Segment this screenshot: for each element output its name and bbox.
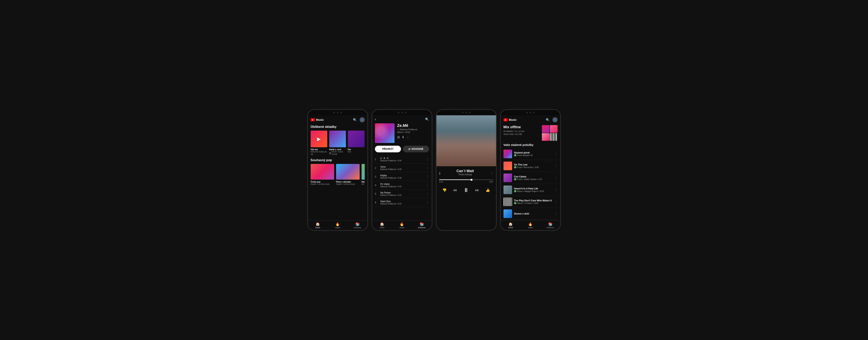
album-cover xyxy=(375,123,395,143)
phone-2-header: ‹ 🔍 xyxy=(372,115,432,123)
p4-item-5[interactable]: The Play Don't Care Who Makes It ✓ Album… xyxy=(503,196,558,208)
nav-hotlist[interactable]: 🔥 Hotlist xyxy=(328,220,347,230)
track-info-1: 2 - 8 - 5 Barbora Poláková • 4:04 xyxy=(380,157,426,162)
pop-card-3[interactable]: Hip Mu xyxy=(362,164,365,185)
p4-nav-hotlist[interactable]: 🔥 Hotlist xyxy=(521,220,540,230)
more-icon[interactable]: ⋮ xyxy=(490,172,493,175)
card-sub-3: Mus xyxy=(348,151,365,153)
track-info-5: Na Potom Barbora Poláková • 4:22 xyxy=(380,191,426,196)
track-more-6[interactable]: ⋮ xyxy=(426,200,429,204)
p4-item-info-3: Con Calma ✓ Píseň • Daddy Yankee • 3:14 xyxy=(514,175,554,180)
p4-more-1[interactable]: ⋮ xyxy=(554,152,558,156)
pop-sub-2: Playlist • YouTube Music xyxy=(336,183,360,185)
phone-4-notch xyxy=(501,110,560,115)
header-icons: 🔍 👤 xyxy=(353,117,365,122)
p4-search-icon[interactable]: 🔍 xyxy=(546,118,550,122)
track-more-1[interactable]: ⋮ xyxy=(426,157,429,161)
library-icon: 📚 xyxy=(548,222,553,226)
like-button[interactable]: 👍 xyxy=(486,188,490,192)
card-sub-1: Nekončící hudba pro vás xyxy=(311,151,327,155)
track-more-3[interactable]: ⋮ xyxy=(426,175,429,179)
track-more-2[interactable]: ⋮ xyxy=(426,166,429,170)
p2-nav-library[interactable]: 📚 Knihovna xyxy=(412,220,432,230)
card-title-1: Váš mix xyxy=(311,148,327,151)
track-item-2[interactable]: 2 Vono Barbora Poláková • 3:40 ⋮ xyxy=(375,164,429,172)
track-item-3[interactable]: 3 Kdyby Barbora Poláková • 3:36 ⋮ xyxy=(375,172,429,181)
nav-library[interactable]: 📚 Knihovna xyxy=(347,220,367,230)
pause-button[interactable]: ⏸ xyxy=(463,187,469,193)
pop-img-2 xyxy=(336,164,360,180)
p4-item-6[interactable]: Slunce v duši ⋮ xyxy=(503,208,558,220)
card-vaseho-mixu[interactable]: Váš mix Nekončící hudba pro vás xyxy=(311,131,327,155)
downloaded-section-title: Vaše stažené položky xyxy=(501,142,560,148)
p4-more-6[interactable]: ⋮ xyxy=(554,212,558,216)
track-artist-2: Barbora Poláková • 3:40 xyxy=(380,168,426,171)
hotlist-icon: 🔥 xyxy=(528,222,532,226)
album-cover-art xyxy=(375,123,395,143)
more-icon[interactable]: ⋮ xyxy=(406,135,409,139)
track-item-4[interactable]: 4 Po Válce Barbora Poláková • 4:25 ⋮ xyxy=(375,181,429,190)
p2-nav-hotlist[interactable]: 🔥 Hotlist xyxy=(392,220,412,230)
prev-button[interactable]: ⏮ xyxy=(453,188,457,192)
back-button[interactable]: ‹ xyxy=(375,117,376,121)
p4-thumb-4 xyxy=(503,185,512,194)
p4-nav-home-label: Domů xyxy=(508,227,513,228)
p4-item-4[interactable]: Heard It In A Past Life ✓ Album • Maggie… xyxy=(503,184,558,196)
phone-4-nav: 🏠 Domů 🔥 Hotlist 📚 Knihovna xyxy=(501,220,560,230)
p4-nav-library[interactable]: 📚 Knihovna xyxy=(540,220,560,230)
p4-item-title-3: Con Calma xyxy=(514,175,554,178)
phone-1-notch xyxy=(308,110,368,115)
p4-nav-home[interactable]: 🏠 Domů xyxy=(501,220,521,230)
track-artist-4: Barbora Poláková • 4:25 xyxy=(380,185,426,188)
pop-title-3: Hip xyxy=(362,181,365,183)
p4-header-icons: 🔍 👤 xyxy=(546,117,558,122)
track-more-5[interactable]: ⋮ xyxy=(426,192,429,196)
p2-nav-home-label: Domů xyxy=(380,227,384,228)
p4-item-info-5: The Play Don't Care Who Makes It ✓ Album… xyxy=(514,199,554,204)
progress-dot xyxy=(470,179,472,181)
mix-info: Mix offline 20 skladeb • 1 h, 14 min Vol… xyxy=(503,125,542,136)
track-name-1: 2 - 8 - 5 xyxy=(380,157,426,160)
track-item-5[interactable]: 5 Na Potom Barbora Poláková • 4:22 ⋮ xyxy=(375,190,429,198)
p4-item-1[interactable]: Stažené písně ✓ Počet skladeb: 86 ⋮ xyxy=(503,148,558,160)
p2-nav-home[interactable]: 🏠 Domů xyxy=(372,220,392,230)
p4-more-2[interactable]: ⋮ xyxy=(554,164,558,168)
track-num-6: 6 xyxy=(375,201,379,204)
p4-user-avatar[interactable]: 👤 xyxy=(553,117,558,122)
p4-yt-icon xyxy=(503,118,508,121)
downloaded-badge-1: ✓ xyxy=(514,154,517,156)
track-more-4[interactable]: ⋮ xyxy=(426,183,429,187)
p4-more-4[interactable]: ⋮ xyxy=(554,188,558,192)
p4-more-3[interactable]: ⋮ xyxy=(554,176,558,180)
playback-controls: 👎 ⏮ ⏸ ⏭ 👍 xyxy=(436,185,496,195)
track-item-6[interactable]: 6 Sami Dva Barbora Poláková • 4:03 ⋮ xyxy=(375,198,429,207)
p4-item-2[interactable]: On The Low ✓ Píseň • Burna Boy • 3:06 ⋮ xyxy=(503,160,558,172)
nav-home[interactable]: 🏠 Domů xyxy=(308,220,328,230)
card-dark[interactable]: Dar Mus xyxy=(348,131,365,155)
p4-nav-hotlist-label: Hotlist xyxy=(528,227,533,228)
p4-nav-library-label: Knihovna xyxy=(547,227,554,228)
user-avatar[interactable]: 👤 xyxy=(360,117,365,122)
search-icon[interactable]: 🔍 xyxy=(425,118,429,121)
phone-4-content: Music 🔍 👤 Mix offline 20 skladeb • 1 h, … xyxy=(501,115,560,230)
track-num-1: 1 xyxy=(375,158,379,161)
card-thank-u-next[interactable]: thank u, next Album • Ariana Grande xyxy=(329,131,346,155)
search-icon[interactable]: 🔍 xyxy=(353,118,357,122)
play-button[interactable]: PŘEHRÁT xyxy=(375,146,401,152)
track-item-1[interactable]: 1 2 - 8 - 5 Barbora Poláková • 4:04 ⋮ xyxy=(375,155,429,164)
p4-item-info-1: Stažené písně ✓ Počet skladeb: 86 xyxy=(514,151,554,156)
download-icon[interactable]: ⬇ xyxy=(402,135,404,139)
pop-card-1[interactable]: Český pop Playlist • YouTube Music xyxy=(311,164,334,185)
p4-thumb-5 xyxy=(503,197,512,206)
p4-more-5[interactable]: ⋮ xyxy=(554,200,558,204)
shuffle-button[interactable]: ⇄ NÁHODNĚ xyxy=(403,146,429,152)
pop-title-1: Český pop xyxy=(311,181,334,183)
next-button[interactable]: ⏭ xyxy=(475,188,479,192)
save-icon[interactable]: ⊞ xyxy=(397,135,400,139)
phone-3-content: ℹ Can´t Wait Thom Artway ⋮ 2:12 xyxy=(436,115,496,230)
dislike-button[interactable]: 👎 xyxy=(442,188,447,192)
downloaded-badge-2: ✓ xyxy=(514,166,517,168)
p4-item-3[interactable]: Con Calma ✓ Píseň • Daddy Yankee • 3:14 … xyxy=(503,172,558,184)
progress-bar[interactable] xyxy=(439,179,493,180)
pop-card-2[interactable]: Párty v obýváku Playlist • YouTube Music xyxy=(336,164,360,185)
